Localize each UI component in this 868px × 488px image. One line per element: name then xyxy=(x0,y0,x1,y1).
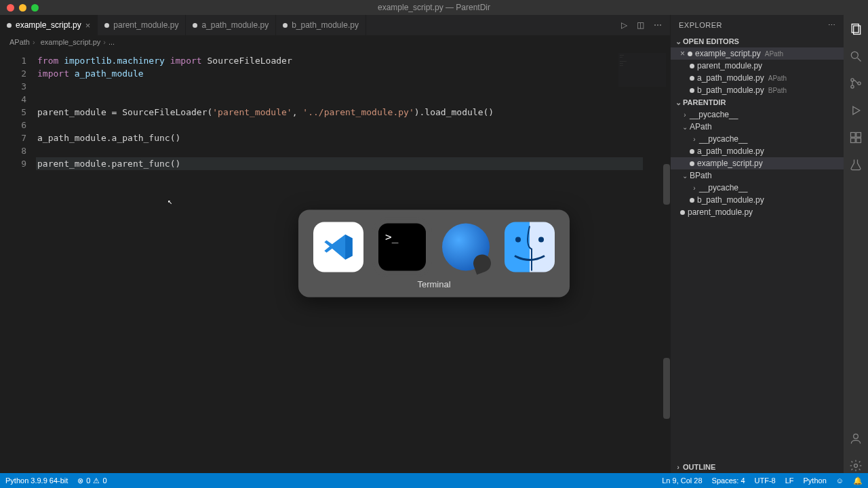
svg-point-12 xyxy=(854,434,859,439)
open-editor-item[interactable]: × example_script.py APath xyxy=(671,47,844,60)
folder-label: __pycache__ xyxy=(699,183,747,192)
app-quicktime[interactable] xyxy=(441,222,491,272)
tab-a-path-module[interactable]: a_path_module.py xyxy=(186,15,276,35)
tree-file[interactable]: b_path_module.py xyxy=(671,194,844,206)
folder-label: __pycache__ xyxy=(690,110,738,119)
app-terminal[interactable]: >_ xyxy=(377,222,427,272)
modified-dot-icon xyxy=(680,210,685,215)
tree-folder[interactable]: ⌄APath xyxy=(671,121,844,133)
close-window-button[interactable] xyxy=(7,4,14,12)
extensions-icon[interactable] xyxy=(848,130,863,145)
svg-rect-9 xyxy=(856,133,861,138)
breadcrumb[interactable]: APath › example_script.py › ... xyxy=(0,35,670,49)
file-label: example_script.py xyxy=(695,49,761,58)
status-eol[interactable]: LF xyxy=(785,476,794,485)
outline-section[interactable]: › OUTLINE xyxy=(671,461,844,473)
tab-label: b_path_module.py xyxy=(292,20,359,30)
explorer-icon[interactable] xyxy=(848,22,863,37)
path-badge: APath xyxy=(768,75,787,82)
open-editors-section[interactable]: ⌄ OPEN EDITORS xyxy=(671,35,844,47)
modified-dot-icon xyxy=(7,23,12,28)
app-finder[interactable] xyxy=(505,222,555,272)
modified-dot-icon xyxy=(104,23,109,28)
modified-dot-icon xyxy=(690,64,694,68)
minimap[interactable]: ▬▬▬▬▬▬▬▬▬▬▬▬▬▬▬▬▬▬▬▬▬▬▬▬ xyxy=(618,53,666,87)
chevron-down-icon: ⌄ xyxy=(680,123,690,131)
path-badge: BPath xyxy=(768,87,787,94)
error-icon: ⊗ xyxy=(77,476,83,485)
modified-dot-icon xyxy=(690,76,694,81)
tree-file[interactable]: parent_module.py xyxy=(671,206,844,218)
svg-line-3 xyxy=(858,58,861,62)
close-icon[interactable]: × xyxy=(85,20,91,30)
tab-b-path-module[interactable]: b_path_module.py xyxy=(276,15,366,35)
more-icon[interactable]: ⋯ xyxy=(828,21,836,30)
svg-marker-7 xyxy=(853,106,860,115)
status-feedback[interactable]: ☺ xyxy=(836,476,844,485)
svg-point-6 xyxy=(858,82,861,85)
status-cursor-pos[interactable]: Ln 9, Col 28 xyxy=(662,476,702,485)
account-icon[interactable] xyxy=(848,431,863,446)
folder-label: BPath xyxy=(690,171,712,180)
file-label: example_script.py xyxy=(697,159,763,168)
chevron-right-icon: › xyxy=(690,136,699,143)
explorer-sidebar: EXPLORER ⋯ ⌄ OPEN EDITORS × example_scri… xyxy=(670,15,844,473)
app-switcher: >_ Terminal xyxy=(298,210,570,298)
open-editor-item[interactable]: parent_module.py xyxy=(671,60,844,72)
tab-example-script[interactable]: example_script.py × xyxy=(0,15,98,35)
source-control-icon[interactable] xyxy=(848,76,863,91)
tree-folder[interactable]: ›__pycache__ xyxy=(671,133,844,145)
line-gutter: 123456789 xyxy=(0,49,37,473)
status-python[interactable]: Python 3.9.9 64-bit xyxy=(5,476,68,485)
run-icon[interactable]: ▷ xyxy=(621,20,627,30)
search-icon[interactable] xyxy=(848,49,863,64)
modified-dot-icon xyxy=(690,198,694,203)
modified-dot-icon xyxy=(283,23,288,28)
path-badge: APath xyxy=(765,50,783,58)
tree-folder[interactable]: ⌄BPath xyxy=(671,169,844,182)
scrollbar-thumb[interactable] xyxy=(663,164,670,205)
chevron-right-icon: › xyxy=(690,184,699,192)
chevron-right-icon: › xyxy=(680,111,690,119)
more-icon[interactable]: ⋯ xyxy=(654,20,662,30)
app-vscode[interactable] xyxy=(313,222,363,272)
svg-point-2 xyxy=(851,52,858,58)
outline-label: OUTLINE xyxy=(683,463,715,471)
folder-label: APath xyxy=(690,122,712,131)
folder-section[interactable]: ⌄ PARENTDIR xyxy=(671,96,844,108)
file-label: a_path_module.py xyxy=(697,73,764,83)
status-encoding[interactable]: UTF-8 xyxy=(755,476,776,485)
zoom-window-button[interactable] xyxy=(31,4,39,12)
terminal-icon: >_ xyxy=(385,230,398,243)
status-bell-icon[interactable]: 🔔 xyxy=(853,476,863,485)
tab-parent-module[interactable]: parent_module.py xyxy=(98,15,186,35)
chevron-right-icon: › xyxy=(103,38,106,46)
modified-dot-icon xyxy=(690,149,694,154)
modified-dot-icon xyxy=(690,161,694,166)
open-editor-item[interactable]: a_path_module.py APath xyxy=(671,72,844,84)
tree-file[interactable]: example_script.py xyxy=(671,157,844,169)
tab-label: example_script.py xyxy=(16,20,81,30)
editor-actions: ▷ ◫ ⋯ xyxy=(621,15,670,35)
folder-label: __pycache__ xyxy=(699,134,747,144)
tree-file[interactable]: a_path_module.py xyxy=(671,145,844,157)
finder-icon xyxy=(505,222,555,272)
svg-point-4 xyxy=(851,79,854,81)
split-editor-icon[interactable]: ◫ xyxy=(637,20,644,30)
open-editors-list: × example_script.py APath parent_module.… xyxy=(671,47,844,96)
explorer-title: EXPLORER xyxy=(679,21,722,29)
status-problems[interactable]: ⊗0 ⚠0 xyxy=(77,476,106,485)
scrollbar-thumb[interactable] xyxy=(663,358,670,419)
debug-icon[interactable] xyxy=(848,103,863,118)
minimize-window-button[interactable] xyxy=(19,4,26,12)
gear-icon[interactable] xyxy=(848,458,863,473)
svg-point-15 xyxy=(538,237,544,243)
modified-dot-icon xyxy=(690,88,694,93)
close-icon[interactable]: × xyxy=(680,49,685,58)
status-language[interactable]: Python xyxy=(804,476,827,485)
tree-folder[interactable]: ›__pycache__ xyxy=(671,182,844,194)
test-icon[interactable] xyxy=(848,157,863,172)
status-spaces[interactable]: Spaces: 4 xyxy=(712,476,745,485)
tree-folder[interactable]: ›__pycache__ xyxy=(671,108,844,121)
open-editor-item[interactable]: b_path_module.py BPath xyxy=(671,84,844,96)
